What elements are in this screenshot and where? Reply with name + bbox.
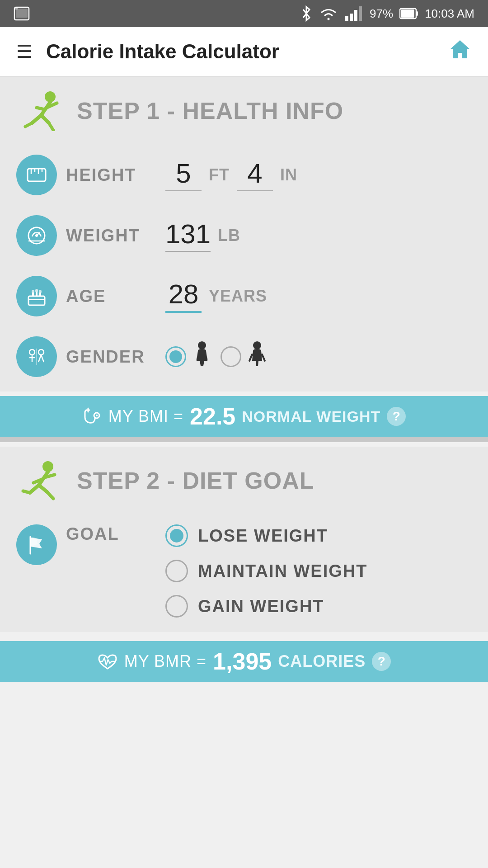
gain-weight-radio[interactable] xyxy=(165,595,188,618)
age-value[interactable]: 28 xyxy=(165,279,202,313)
svg-point-36 xyxy=(29,349,35,355)
step2-runner-icon xyxy=(16,460,66,501)
height-ft-value[interactable]: 5 xyxy=(165,159,202,191)
svg-point-27 xyxy=(35,234,38,237)
lose-weight-radio[interactable] xyxy=(165,524,188,547)
birthday-icon xyxy=(25,284,48,308)
bmi-label: NORMAL WEIGHT xyxy=(242,408,380,425)
svg-point-43 xyxy=(198,341,206,349)
age-icon-circle xyxy=(16,276,57,316)
gain-weight-label: GAIN WEIGHT xyxy=(198,597,324,616)
svg-rect-1 xyxy=(16,9,28,18)
bmr-help-button[interactable]: ? xyxy=(372,652,391,671)
svg-rect-6 xyxy=(359,6,362,21)
svg-line-14 xyxy=(37,108,44,109)
signal-icon xyxy=(344,5,363,22)
lose-weight-option[interactable]: LOSE WEIGHT xyxy=(165,524,472,547)
step2-title: STEP 2 - DIET GOAL xyxy=(77,467,314,494)
male-icon xyxy=(247,341,267,373)
svg-rect-19 xyxy=(28,169,46,181)
goal-icon-circle xyxy=(16,524,57,565)
svg-line-41 xyxy=(41,355,44,362)
menu-button[interactable]: ☰ xyxy=(16,42,33,61)
svg-point-35 xyxy=(39,290,42,293)
battery-icon xyxy=(399,5,418,22)
svg-line-57 xyxy=(39,485,47,492)
gain-weight-option[interactable]: GAIN WEIGHT xyxy=(165,595,472,618)
step1-section: STEP 1 - HEALTH INFO HEIGHT 5 FT 4 IN xyxy=(0,77,488,392)
gender-icon-circle xyxy=(16,336,57,377)
bmi-value: 22.5 xyxy=(190,403,235,430)
home-button[interactable] xyxy=(448,38,472,66)
svg-point-34 xyxy=(35,289,38,292)
app-title: Calorie Intake Calculator xyxy=(46,40,448,63)
status-bar-right: 97% 10:03 AM xyxy=(300,5,474,22)
gender-label: GENDER xyxy=(66,347,156,367)
gender-row: GENDER xyxy=(16,326,472,387)
weight-inputs: 131 LB xyxy=(165,219,472,252)
wifi-icon xyxy=(319,5,338,22)
female-figure-icon xyxy=(192,341,212,368)
male-radio[interactable] xyxy=(221,346,241,367)
step2-header: STEP 2 - DIET GOAL xyxy=(16,460,472,501)
male-figure-icon xyxy=(247,341,267,368)
male-option[interactable] xyxy=(221,341,267,373)
height-label: HEIGHT xyxy=(66,165,156,185)
age-row: AGE 28 YEARS xyxy=(16,266,472,326)
height-ft-unit: FT xyxy=(209,165,230,184)
svg-line-45 xyxy=(249,354,252,361)
maintain-weight-label: MAINTAIN WEIGHT xyxy=(198,561,367,581)
gender-options xyxy=(165,341,267,373)
maintain-weight-radio[interactable] xyxy=(165,560,188,582)
weight-icon-circle xyxy=(16,215,57,256)
height-icon-circle xyxy=(16,155,57,195)
svg-line-40 xyxy=(38,355,41,362)
app-bar: ☰ Calorie Intake Calculator xyxy=(0,27,488,77)
svg-line-58 xyxy=(47,492,53,499)
female-icon xyxy=(192,341,212,373)
step1-title: STEP 1 - HEALTH INFO xyxy=(77,97,343,124)
status-bar-left xyxy=(14,5,30,22)
svg-rect-8 xyxy=(401,9,414,18)
bmi-help-button[interactable]: ? xyxy=(387,407,406,426)
weight-value[interactable]: 131 xyxy=(165,219,211,252)
status-bar: 97% 10:03 AM xyxy=(0,0,488,27)
svg-rect-5 xyxy=(354,10,357,21)
weight-unit: LB xyxy=(218,226,240,245)
female-radio[interactable] xyxy=(165,346,186,367)
screenshot-icon xyxy=(14,5,30,22)
svg-point-33 xyxy=(32,290,34,293)
home-icon xyxy=(448,38,472,61)
step2-section: STEP 2 - DIET GOAL GOAL LOSE WEIGHT MAIN… xyxy=(0,447,488,632)
svg-line-46 xyxy=(262,354,265,361)
flag-icon xyxy=(25,533,48,557)
bmi-prefix: MY BMI = xyxy=(108,407,183,426)
bmr-value: 1,395 xyxy=(213,648,272,675)
goal-options: LOSE WEIGHT MAINTAIN WEIGHT GAIN WEIGHT xyxy=(165,524,472,618)
svg-line-18 xyxy=(49,123,53,130)
height-inputs: 5 FT 4 IN xyxy=(165,159,472,191)
goal-label: GOAL xyxy=(66,524,156,544)
svg-rect-3 xyxy=(345,16,348,21)
height-in-value[interactable]: 4 xyxy=(237,159,273,191)
svg-line-17 xyxy=(41,115,49,123)
svg-rect-28 xyxy=(28,296,45,305)
svg-point-39 xyxy=(38,349,44,355)
step1-header: STEP 1 - HEALTH INFO xyxy=(16,90,472,131)
time-display: 10:03 AM xyxy=(425,7,474,21)
maintain-weight-option[interactable]: MAINTAIN WEIGHT xyxy=(165,560,472,582)
svg-point-44 xyxy=(253,341,261,349)
height-in-unit: IN xyxy=(280,165,297,184)
bmr-label: CALORIES xyxy=(278,652,366,671)
female-option[interactable] xyxy=(165,341,212,373)
svg-rect-4 xyxy=(350,14,353,21)
svg-line-56 xyxy=(23,491,30,493)
bluetooth-icon xyxy=(300,5,313,22)
battery-percent: 97% xyxy=(370,7,393,21)
bmr-prefix: MY BMR = xyxy=(124,652,206,671)
svg-rect-9 xyxy=(416,11,418,16)
svg-line-16 xyxy=(25,123,32,127)
age-inputs: 28 YEARS xyxy=(165,279,472,313)
age-label: AGE xyxy=(66,287,156,306)
scale-icon xyxy=(25,224,48,247)
